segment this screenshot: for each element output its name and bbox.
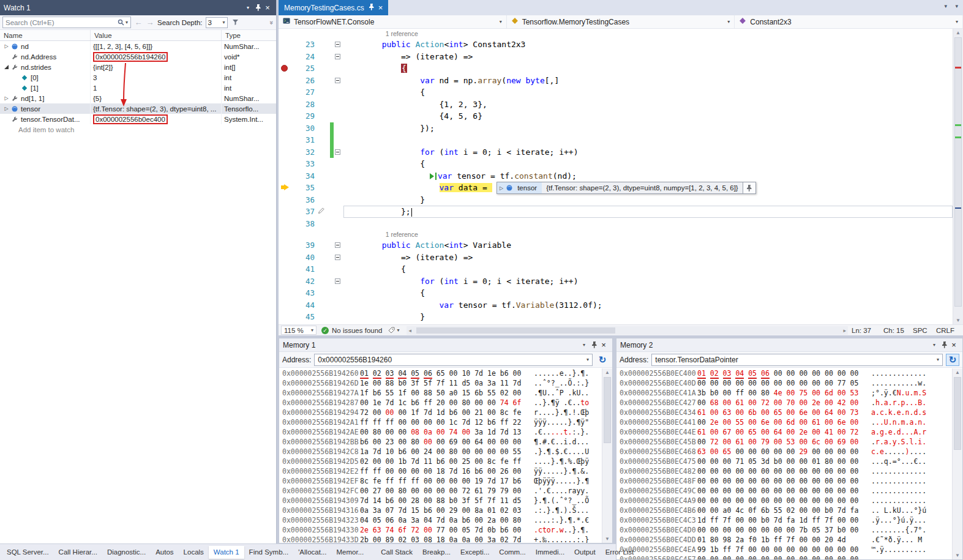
code-line-42[interactable]: 42 for (int i = 0; i < iterate; i++) [279, 275, 953, 288]
code-line-33[interactable]: 33 { [279, 158, 953, 170]
memory-row[interactable]: 0x000002556B1942C81a 7d 10 b6 00 24 00 8… [279, 447, 602, 457]
memory1-hex-view[interactable]: 0x000002556B19426001 02 03 04 05 06 65 0… [279, 368, 602, 543]
member-dropdown[interactable]: Constant2x3 ▾ [735, 15, 963, 28]
memory-row[interactable]: 0x000002556B0EC4C31d ff 7f 00 00 b0 7d f… [616, 515, 952, 525]
glyph-margin[interactable] [279, 134, 292, 146]
expander-icon[interactable]: ▷ [2, 95, 10, 101]
code-line-27[interactable]: 27 { [279, 86, 953, 99]
code-lens-reference-count[interactable]: 1 reference [279, 230, 953, 239]
glyph-margin[interactable] [279, 239, 292, 252]
scroll-down-icon[interactable]: ▼ [953, 318, 963, 323]
scroll-right-icon[interactable]: ▸ [843, 327, 846, 334]
memory-row[interactable]: 0x000002556B0EC49C00 00 00 00 00 00 00 0… [616, 486, 952, 496]
panel-tab-locals[interactable]: Locals [179, 546, 209, 559]
memory2-header[interactable]: Memory 2 ▾ × [616, 338, 962, 352]
search-icon[interactable]: ▾ [118, 19, 128, 26]
glyph-margin[interactable] [279, 51, 292, 63]
toolbar-overflow-icon[interactable]: » [268, 20, 275, 24]
glyph-margin[interactable] [279, 311, 292, 323]
memory-row[interactable]: 0x000002556B1942EF8c fe ff ff ff 00 00 0… [279, 476, 602, 486]
panel-tab-allocat[interactable]: 'Allocat... [293, 546, 331, 559]
panel-tab-immedi[interactable]: Immedi... [531, 546, 569, 559]
scroll-down-icon[interactable]: ▼ [953, 553, 962, 558]
code-area[interactable]: 1 reference23 public Action<int> Constan… [279, 29, 953, 324]
zoom-select[interactable]: 115 %▾ [281, 326, 317, 335]
code-line-36[interactable]: 36 } [279, 194, 953, 206]
pin-icon[interactable] [253, 3, 263, 13]
code-line-38[interactable]: 38 [279, 218, 953, 230]
fold-collapse-icon[interactable] [335, 78, 340, 83]
active-files-icon[interactable]: ▾ [944, 3, 947, 9]
panel-tab-sql-server[interactable]: SQL Server... [2, 546, 54, 559]
pin-icon[interactable] [589, 340, 599, 350]
memory-row[interactable]: 0x000002556B19426001 02 03 04 05 06 65 0… [279, 368, 602, 378]
expander-icon[interactable]: ▷ [2, 43, 10, 49]
memory-row[interactable]: 0x000002556B0EC4EA99 1b ff 7f 00 00 00 0… [616, 545, 952, 554]
scrollbar-thumb[interactable] [954, 37, 962, 307]
code-line-45[interactable]: 45 } [279, 311, 953, 323]
memory-row[interactable]: 0x000002556B1942AE00 80 00 00 08 0a 00 7… [279, 427, 602, 437]
glyph-margin[interactable] [279, 252, 292, 264]
glyph-margin[interactable] [279, 75, 292, 87]
memory-row[interactable]: 0x000002556B1943302e 63 74 6f 72 00 77 0… [279, 525, 602, 535]
scroll-up-icon[interactable]: ▲ [602, 370, 612, 375]
panel-tab-memor[interactable]: Memor... [331, 546, 369, 559]
fold-collapse-icon[interactable] [335, 255, 340, 260]
close-icon[interactable]: × [599, 340, 609, 350]
memory-row[interactable]: 0x000002556B0EC44100 2e 00 55 00 6e 00 6… [616, 417, 952, 427]
watch-row[interactable]: ▷tensor{tf.Tensor: shape=(2, 3), dtype=u… [0, 103, 276, 114]
memory-row[interactable]: 0x000002556B0EC47500 00 00 71 05 3d b0 0… [616, 457, 952, 466]
memory-row[interactable]: 0x000002556B0EC46863 00 65 00 00 00 00 0… [616, 447, 952, 457]
filter-icon[interactable] [231, 18, 241, 28]
horizontal-scrollbar[interactable]: ◂ ▸ [407, 326, 848, 335]
code-line-31[interactable]: 31 [279, 134, 953, 146]
fold-collapse-icon[interactable] [335, 278, 340, 284]
editor-vertical-scrollbar[interactable]: ▲ ▼ [953, 29, 963, 324]
breakpoint-icon[interactable] [281, 65, 288, 72]
address-input[interactable]: tensor.TensorDataPointer ▾ [651, 354, 943, 366]
window-position-icon[interactable]: ▾ [243, 3, 253, 13]
window-position-icon[interactable]: ▾ [579, 340, 589, 350]
memory-row[interactable]: 0x000002556B0EC4A900 00 00 00 00 00 00 0… [616, 496, 952, 506]
search-forward-icon[interactable]: → [146, 18, 154, 27]
memory-row[interactable]: 0x000002556B0EC40001 02 03 04 05 06 00 0… [616, 368, 952, 378]
memory-row[interactable]: 0x000002556B0EC4F700 00 00 00 00 00 00 0… [616, 554, 952, 559]
pin-icon[interactable] [369, 4, 374, 12]
panel-tab-breakp[interactable]: Breakp... [418, 546, 455, 559]
memory-row[interactable]: 0x000002556B0EC48200 00 00 00 00 00 00 0… [616, 466, 952, 476]
glyph-margin[interactable] [279, 122, 292, 135]
memory1-header[interactable]: Memory 1 ▾ × [279, 338, 612, 352]
code-line-44[interactable]: 44 var tensor = tf.Variable(3112.0f); [279, 299, 953, 312]
address-input[interactable]: 0x000002556B194260 ▾ [314, 354, 593, 366]
code-line-37[interactable]: 37 }; [279, 206, 953, 218]
code-line-28[interactable]: 28 {1, 2, 3}, [279, 99, 953, 111]
watch-row[interactable]: nd.strides{int[2]}int[] [0, 62, 276, 72]
data-tip-expandable[interactable]: ▷ tensor [497, 182, 542, 193]
search-depth-select[interactable]: 3▾ [206, 17, 228, 28]
code-line-25[interactable]: 25 { [279, 62, 953, 75]
search-input[interactable]: Search (Ctrl+E) ▾ [2, 17, 131, 28]
scroll-left-icon[interactable]: ◂ [408, 327, 411, 334]
column-header-type[interactable]: Type [222, 30, 276, 40]
document-health[interactable]: ✓ No issues found [321, 327, 382, 334]
glyph-margin[interactable] [279, 110, 292, 122]
memory-row[interactable]: 0x000002556B19428700 1e 7d 1c b6 ff 20 0… [279, 398, 602, 408]
scrollbar-thumb[interactable] [416, 327, 615, 334]
glyph-margin[interactable] [279, 194, 292, 206]
memory-row[interactable]: 0x000002556B0EC40D00 00 00 00 00 00 00 0… [616, 378, 952, 388]
panel-tab-output[interactable]: Output [569, 546, 601, 559]
memory-row[interactable]: 0x000002556B0EC43461 00 63 00 6b 00 65 0… [616, 408, 952, 417]
close-icon[interactable]: × [263, 3, 272, 13]
watch-row[interactable]: [1]1int [0, 83, 276, 93]
watch-row[interactable]: ▷nd[1, 1]{5}NumShar... [0, 93, 276, 103]
glyph-margin[interactable] [279, 275, 292, 288]
scrollbar-thumb[interactable] [604, 377, 611, 443]
panel-tab-call-hierar[interactable]: Call Hierar... [54, 546, 102, 559]
code-line-43[interactable]: 43 { [279, 287, 953, 299]
panel-tab-call-stack[interactable]: Call Stack [376, 546, 418, 559]
memory1-scrollbar[interactable]: ▲ ▼ [602, 368, 612, 543]
scrollbar-thumb[interactable] [954, 377, 961, 450]
refresh-icon[interactable]: ↻ [596, 354, 609, 366]
code-lens-reference-count[interactable]: 1 reference [279, 29, 953, 39]
window-menu-icon[interactable]: ▾ [955, 3, 958, 9]
